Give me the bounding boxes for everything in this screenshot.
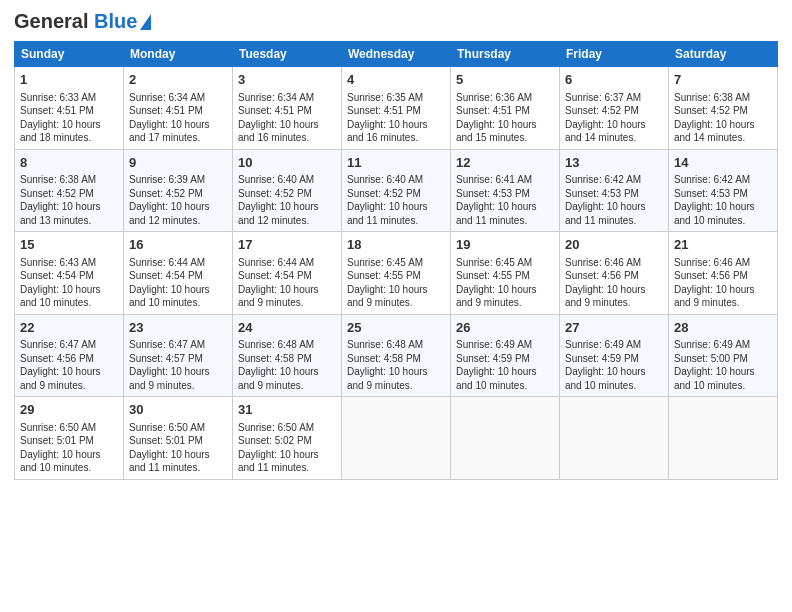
calendar-cell: 16Sunrise: 6:44 AM Sunset: 4:54 PM Dayli…: [124, 232, 233, 315]
day-info: Sunrise: 6:47 AM Sunset: 4:57 PM Dayligh…: [129, 339, 210, 391]
calendar-cell: 17Sunrise: 6:44 AM Sunset: 4:54 PM Dayli…: [233, 232, 342, 315]
day-number: 10: [238, 154, 336, 172]
day-header-tuesday: Tuesday: [233, 42, 342, 67]
day-info: Sunrise: 6:41 AM Sunset: 4:53 PM Dayligh…: [456, 174, 537, 226]
day-number: 11: [347, 154, 445, 172]
calendar-cell: [669, 397, 778, 480]
calendar-cell: 3Sunrise: 6:34 AM Sunset: 4:51 PM Daylig…: [233, 67, 342, 150]
day-info: Sunrise: 6:50 AM Sunset: 5:01 PM Dayligh…: [20, 422, 101, 474]
day-info: Sunrise: 6:48 AM Sunset: 4:58 PM Dayligh…: [347, 339, 428, 391]
calendar-week-1: 1Sunrise: 6:33 AM Sunset: 4:51 PM Daylig…: [15, 67, 778, 150]
calendar-week-5: 29Sunrise: 6:50 AM Sunset: 5:01 PM Dayli…: [15, 397, 778, 480]
calendar-table: SundayMondayTuesdayWednesdayThursdayFrid…: [14, 41, 778, 480]
calendar-cell: 13Sunrise: 6:42 AM Sunset: 4:53 PM Dayli…: [560, 149, 669, 232]
calendar-cell: 7Sunrise: 6:38 AM Sunset: 4:52 PM Daylig…: [669, 67, 778, 150]
day-info: Sunrise: 6:49 AM Sunset: 4:59 PM Dayligh…: [456, 339, 537, 391]
day-header-saturday: Saturday: [669, 42, 778, 67]
day-number: 5: [456, 71, 554, 89]
calendar-cell: 10Sunrise: 6:40 AM Sunset: 4:52 PM Dayli…: [233, 149, 342, 232]
calendar-body: 1Sunrise: 6:33 AM Sunset: 4:51 PM Daylig…: [15, 67, 778, 480]
calendar-cell: 22Sunrise: 6:47 AM Sunset: 4:56 PM Dayli…: [15, 314, 124, 397]
calendar-cell: 15Sunrise: 6:43 AM Sunset: 4:54 PM Dayli…: [15, 232, 124, 315]
day-info: Sunrise: 6:50 AM Sunset: 5:02 PM Dayligh…: [238, 422, 319, 474]
logo-triangle-icon: [140, 14, 151, 30]
day-number: 2: [129, 71, 227, 89]
calendar-cell: 21Sunrise: 6:46 AM Sunset: 4:56 PM Dayli…: [669, 232, 778, 315]
day-info: Sunrise: 6:39 AM Sunset: 4:52 PM Dayligh…: [129, 174, 210, 226]
calendar-cell: 14Sunrise: 6:42 AM Sunset: 4:53 PM Dayli…: [669, 149, 778, 232]
day-header-thursday: Thursday: [451, 42, 560, 67]
day-number: 23: [129, 319, 227, 337]
day-number: 6: [565, 71, 663, 89]
calendar-cell: 2Sunrise: 6:34 AM Sunset: 4:51 PM Daylig…: [124, 67, 233, 150]
calendar-cell: 12Sunrise: 6:41 AM Sunset: 4:53 PM Dayli…: [451, 149, 560, 232]
logo-text: General Blue: [14, 10, 137, 33]
calendar-week-3: 15Sunrise: 6:43 AM Sunset: 4:54 PM Dayli…: [15, 232, 778, 315]
calendar-cell: [451, 397, 560, 480]
day-info: Sunrise: 6:40 AM Sunset: 4:52 PM Dayligh…: [347, 174, 428, 226]
calendar-cell: 30Sunrise: 6:50 AM Sunset: 5:01 PM Dayli…: [124, 397, 233, 480]
day-number: 31: [238, 401, 336, 419]
day-info: Sunrise: 6:50 AM Sunset: 5:01 PM Dayligh…: [129, 422, 210, 474]
calendar-cell: [342, 397, 451, 480]
day-header-wednesday: Wednesday: [342, 42, 451, 67]
day-number: 3: [238, 71, 336, 89]
day-number: 29: [20, 401, 118, 419]
calendar-cell: 6Sunrise: 6:37 AM Sunset: 4:52 PM Daylig…: [560, 67, 669, 150]
day-info: Sunrise: 6:38 AM Sunset: 4:52 PM Dayligh…: [674, 92, 755, 144]
day-info: Sunrise: 6:34 AM Sunset: 4:51 PM Dayligh…: [238, 92, 319, 144]
calendar-cell: 28Sunrise: 6:49 AM Sunset: 5:00 PM Dayli…: [669, 314, 778, 397]
day-info: Sunrise: 6:42 AM Sunset: 4:53 PM Dayligh…: [565, 174, 646, 226]
calendar-cell: 8Sunrise: 6:38 AM Sunset: 4:52 PM Daylig…: [15, 149, 124, 232]
calendar-cell: 11Sunrise: 6:40 AM Sunset: 4:52 PM Dayli…: [342, 149, 451, 232]
calendar-page: General Blue SundayMondayTuesdayWednesda…: [0, 0, 792, 490]
day-info: Sunrise: 6:35 AM Sunset: 4:51 PM Dayligh…: [347, 92, 428, 144]
logo: General Blue: [14, 10, 151, 33]
calendar-cell: 25Sunrise: 6:48 AM Sunset: 4:58 PM Dayli…: [342, 314, 451, 397]
day-info: Sunrise: 6:45 AM Sunset: 4:55 PM Dayligh…: [456, 257, 537, 309]
day-number: 19: [456, 236, 554, 254]
day-info: Sunrise: 6:38 AM Sunset: 4:52 PM Dayligh…: [20, 174, 101, 226]
day-info: Sunrise: 6:46 AM Sunset: 4:56 PM Dayligh…: [565, 257, 646, 309]
day-number: 28: [674, 319, 772, 337]
day-info: Sunrise: 6:40 AM Sunset: 4:52 PM Dayligh…: [238, 174, 319, 226]
day-info: Sunrise: 6:34 AM Sunset: 4:51 PM Dayligh…: [129, 92, 210, 144]
day-info: Sunrise: 6:43 AM Sunset: 4:54 PM Dayligh…: [20, 257, 101, 309]
day-number: 17: [238, 236, 336, 254]
day-info: Sunrise: 6:45 AM Sunset: 4:55 PM Dayligh…: [347, 257, 428, 309]
day-info: Sunrise: 6:33 AM Sunset: 4:51 PM Dayligh…: [20, 92, 101, 144]
day-info: Sunrise: 6:42 AM Sunset: 4:53 PM Dayligh…: [674, 174, 755, 226]
calendar-week-2: 8Sunrise: 6:38 AM Sunset: 4:52 PM Daylig…: [15, 149, 778, 232]
day-info: Sunrise: 6:37 AM Sunset: 4:52 PM Dayligh…: [565, 92, 646, 144]
day-number: 7: [674, 71, 772, 89]
calendar-cell: 5Sunrise: 6:36 AM Sunset: 4:51 PM Daylig…: [451, 67, 560, 150]
day-number: 1: [20, 71, 118, 89]
calendar-week-4: 22Sunrise: 6:47 AM Sunset: 4:56 PM Dayli…: [15, 314, 778, 397]
calendar-cell: 19Sunrise: 6:45 AM Sunset: 4:55 PM Dayli…: [451, 232, 560, 315]
calendar-cell: [560, 397, 669, 480]
day-number: 15: [20, 236, 118, 254]
day-info: Sunrise: 6:49 AM Sunset: 4:59 PM Dayligh…: [565, 339, 646, 391]
calendar-cell: 4Sunrise: 6:35 AM Sunset: 4:51 PM Daylig…: [342, 67, 451, 150]
day-info: Sunrise: 6:46 AM Sunset: 4:56 PM Dayligh…: [674, 257, 755, 309]
day-number: 13: [565, 154, 663, 172]
day-number: 25: [347, 319, 445, 337]
calendar-cell: 26Sunrise: 6:49 AM Sunset: 4:59 PM Dayli…: [451, 314, 560, 397]
day-number: 16: [129, 236, 227, 254]
calendar-header-row: SundayMondayTuesdayWednesdayThursdayFrid…: [15, 42, 778, 67]
calendar-cell: 9Sunrise: 6:39 AM Sunset: 4:52 PM Daylig…: [124, 149, 233, 232]
header: General Blue: [14, 10, 778, 33]
day-info: Sunrise: 6:36 AM Sunset: 4:51 PM Dayligh…: [456, 92, 537, 144]
day-number: 24: [238, 319, 336, 337]
day-number: 8: [20, 154, 118, 172]
day-number: 18: [347, 236, 445, 254]
logo-blue: Blue: [94, 10, 137, 32]
day-header-monday: Monday: [124, 42, 233, 67]
day-info: Sunrise: 6:44 AM Sunset: 4:54 PM Dayligh…: [129, 257, 210, 309]
calendar-cell: 31Sunrise: 6:50 AM Sunset: 5:02 PM Dayli…: [233, 397, 342, 480]
calendar-cell: 27Sunrise: 6:49 AM Sunset: 4:59 PM Dayli…: [560, 314, 669, 397]
calendar-cell: 24Sunrise: 6:48 AM Sunset: 4:58 PM Dayli…: [233, 314, 342, 397]
calendar-cell: 29Sunrise: 6:50 AM Sunset: 5:01 PM Dayli…: [15, 397, 124, 480]
day-header-friday: Friday: [560, 42, 669, 67]
day-number: 4: [347, 71, 445, 89]
